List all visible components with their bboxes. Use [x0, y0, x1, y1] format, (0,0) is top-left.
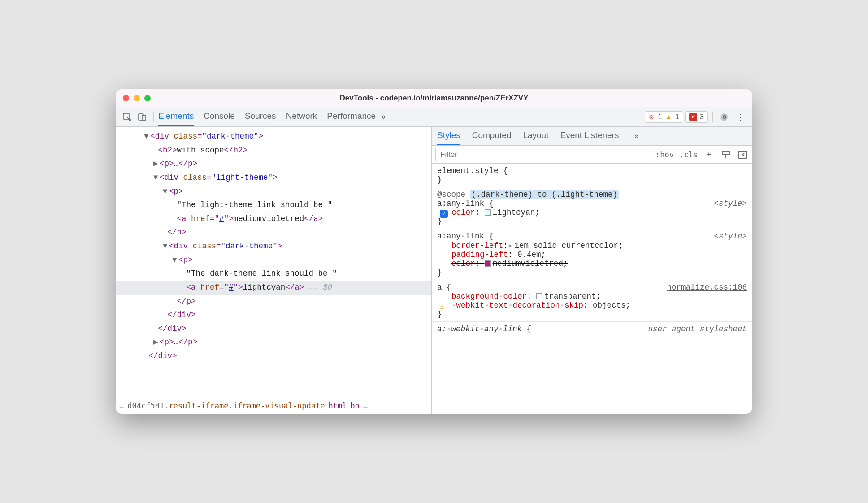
rule-source-label: user agent stylesheet — [648, 325, 747, 334]
color-swatch[interactable] — [536, 293, 542, 299]
subtab-event-listeners[interactable]: Event Listeners — [560, 127, 619, 145]
breadcrumb-ellipsis[interactable]: … — [363, 401, 368, 410]
more-subtabs-icon[interactable]: » — [630, 131, 642, 141]
subtab-computed[interactable]: Computed — [472, 127, 512, 145]
dom-node[interactable]: ▶<p>…</p> — [116, 335, 431, 349]
dom-node[interactable]: </div> — [116, 349, 431, 363]
styles-panel: Styles Computed Layout Event Listeners »… — [432, 127, 752, 414]
more-menu-icon[interactable]: ⋮ — [733, 110, 748, 124]
rule-source-link[interactable]: <style> — [714, 199, 747, 208]
filter-input[interactable] — [435, 148, 650, 161]
sidebar-tabs: Styles Computed Layout Event Listeners » — [432, 127, 752, 146]
dom-node[interactable]: </p> — [116, 225, 431, 239]
separator — [712, 112, 713, 122]
svg-rect-3 — [722, 151, 729, 155]
dom-node[interactable]: ▶<p>…</p> — [116, 157, 431, 171]
style-rule[interactable]: element.style { } — [432, 164, 752, 187]
dom-node[interactable]: ▼<div class="dark-theme"> — [116, 130, 431, 143]
window-title: DevTools - codepen.io/miriamsuzanne/pen/… — [116, 94, 752, 103]
hov-toggle[interactable]: :hov — [655, 150, 674, 159]
style-rule[interactable]: @scope (.dark-theme) to (.light-theme) <… — [432, 187, 752, 229]
dom-node[interactable]: </div> — [116, 308, 431, 322]
breadcrumb-item[interactable]: bo — [350, 401, 359, 410]
dom-text[interactable]: "The dark-theme link should be " — [116, 267, 431, 281]
new-rule-icon[interactable]: ＋ — [703, 149, 715, 160]
dom-node[interactable]: <a href="#">mediumvioletred</a> — [116, 212, 431, 226]
color-swatch[interactable] — [485, 209, 491, 216]
inspect-icon[interactable] — [120, 110, 134, 124]
dom-text[interactable]: "The light-theme link should be " — [116, 198, 431, 212]
more-tabs-icon[interactable]: » — [378, 112, 389, 121]
device-toggle-icon[interactable] — [135, 110, 149, 124]
content-area: ▼<div class="dark-theme"> <h2>with scope… — [116, 127, 752, 414]
breadcrumb-ellipsis[interactable]: … — [119, 401, 124, 410]
subtab-layout[interactable]: Layout — [523, 127, 548, 145]
separator — [153, 112, 154, 122]
issues-count: 3 — [700, 113, 704, 121]
settings-icon[interactable] — [717, 110, 732, 124]
main-toolbar: Elements Console Sources Network Perform… — [116, 107, 752, 127]
style-rule[interactable]: user agent stylesheeta:-webkit-any-link … — [432, 322, 752, 336]
style-rule[interactable]: normalize.css:106a { background-color: t… — [432, 280, 752, 322]
breadcrumb-item[interactable]: d04cf581.result-iframe.iframe-visual-upd… — [127, 401, 325, 410]
dom-node[interactable]: ▼<div class="light-theme"> — [116, 171, 431, 185]
main-tabs: Elements Console Sources Network Perform… — [158, 107, 376, 126]
dom-node[interactable]: </div> — [116, 322, 431, 336]
rule-source-link[interactable]: normalize.css:106 — [667, 283, 747, 292]
tab-sources[interactable]: Sources — [245, 107, 276, 126]
subtab-styles[interactable]: Styles — [437, 127, 460, 145]
maximize-button[interactable] — [144, 95, 151, 101]
warning-icon: ▲ — [665, 113, 672, 121]
tab-network[interactable]: Network — [286, 107, 317, 126]
issues-badge[interactable]: ✕ 3 — [685, 111, 708, 123]
close-button[interactable] — [123, 95, 129, 101]
rule-source-link[interactable]: <style> — [714, 232, 747, 241]
error-icon: ⊗ — [649, 113, 654, 121]
cls-toggle[interactable]: .cls — [679, 150, 698, 159]
breadcrumb-item[interactable]: html — [328, 401, 347, 410]
warning-count: 1 — [675, 113, 679, 121]
minimize-button[interactable] — [134, 95, 140, 101]
elements-panel: ▼<div class="dark-theme"> <h2>with scope… — [116, 127, 432, 414]
style-rule[interactable]: <style>a:any-link { border-left:▸1em sol… — [432, 229, 752, 280]
dom-node-selected[interactable]: <a href="#">lightcyan</a> == $0 — [116, 281, 431, 295]
styles-toolbar: :hov .cls ＋ — [432, 146, 752, 164]
breadcrumb[interactable]: … d04cf581.result-iframe.iframe-visual-u… — [116, 397, 431, 414]
tab-performance[interactable]: Performance — [327, 107, 376, 126]
devtools-window: DevTools - codepen.io/miriamsuzanne/pen/… — [116, 89, 752, 414]
color-swatch[interactable] — [485, 260, 491, 267]
warning-icon: ⚠ — [440, 303, 444, 311]
svg-rect-2 — [142, 115, 146, 121]
issue-icon: ✕ — [689, 113, 697, 121]
titlebar: DevTools - codepen.io/miriamsuzanne/pen/… — [116, 89, 752, 107]
dom-node[interactable]: ▼<p> — [116, 253, 431, 267]
prop-checkbox[interactable]: ✓ — [440, 210, 448, 218]
error-warning-badge[interactable]: ⊗ 1 ▲ 1 — [645, 111, 683, 123]
computed-toggle-icon[interactable] — [737, 149, 749, 160]
format-icon[interactable] — [720, 149, 732, 160]
dom-tree[interactable]: ▼<div class="dark-theme"> <h2>with scope… — [116, 127, 431, 397]
error-count: 1 — [658, 113, 662, 121]
tab-console[interactable]: Console — [204, 107, 235, 126]
dom-node[interactable]: ▼<p> — [116, 185, 431, 199]
styles-body[interactable]: element.style { } @scope (.dark-theme) t… — [432, 164, 752, 414]
dom-node[interactable]: </p> — [116, 295, 431, 308]
dom-node[interactable]: <h2>with scope</h2> — [116, 143, 431, 157]
dom-node[interactable]: ▼<div class="dark-theme"> — [116, 239, 431, 253]
traffic-lights — [123, 95, 151, 101]
tab-elements[interactable]: Elements — [158, 107, 194, 126]
